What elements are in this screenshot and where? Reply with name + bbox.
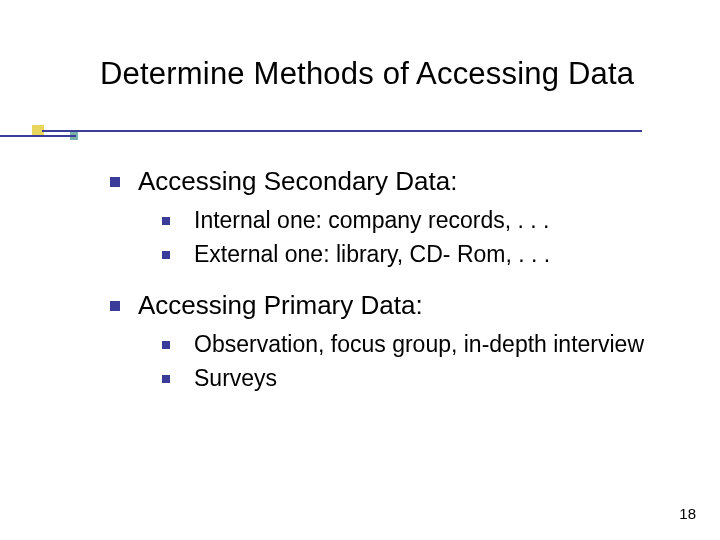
section-items: Observation, focus group, in-depth inter…: [162, 330, 680, 393]
bullet-icon: [110, 301, 120, 311]
slide: Determine Methods of Accessing Data Acce…: [0, 0, 720, 540]
slide-title: Determine Methods of Accessing Data: [100, 56, 634, 92]
list-item-text: Surveys: [194, 364, 277, 393]
section-heading: Accessing Primary Data:: [110, 289, 680, 322]
list-item: Surveys: [162, 364, 680, 393]
slide-body: Accessing Secondary Data: Internal one: …: [110, 165, 680, 413]
page-number: 18: [679, 505, 696, 522]
section-heading-text: Accessing Secondary Data:: [138, 165, 457, 198]
section-heading: Accessing Secondary Data:: [110, 165, 680, 198]
bullet-icon: [162, 341, 170, 349]
title-underline: [42, 130, 642, 132]
list-item: Internal one: company records, . . .: [162, 206, 680, 235]
list-item: External one: library, CD- Rom, . . .: [162, 240, 680, 269]
bullet-icon: [110, 177, 120, 187]
list-item-text: Observation, focus group, in-depth inter…: [194, 330, 644, 359]
section-heading-text: Accessing Primary Data:: [138, 289, 423, 322]
list-item-text: External one: library, CD- Rom, . . .: [194, 240, 550, 269]
section-items: Internal one: company records, . . . Ext…: [162, 206, 680, 269]
bullet-icon: [162, 251, 170, 259]
list-item: Observation, focus group, in-depth inter…: [162, 330, 680, 359]
title-underline-short: [0, 135, 76, 137]
bullet-icon: [162, 375, 170, 383]
bullet-icon: [162, 217, 170, 225]
list-item-text: Internal one: company records, . . .: [194, 206, 549, 235]
